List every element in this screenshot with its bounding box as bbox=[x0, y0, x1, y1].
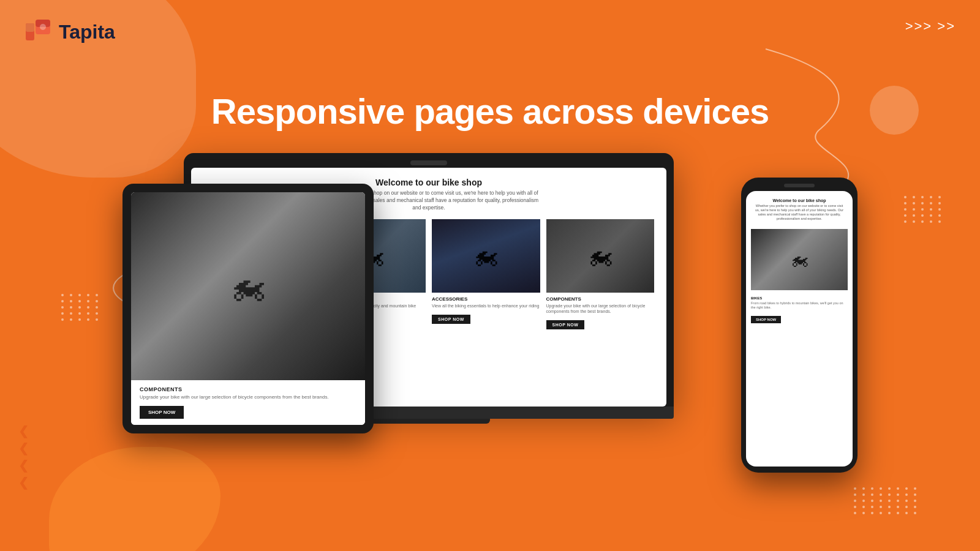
svg-point-4 bbox=[40, 24, 46, 30]
chevron-2: ❮ bbox=[18, 441, 29, 455]
laptop-category-components: COMPONENTS bbox=[546, 296, 655, 302]
dots-decoration-left bbox=[61, 294, 100, 321]
chevron-4: ❮ bbox=[18, 475, 29, 490]
devices-container: Welcome to our bike shop Whether you pre… bbox=[123, 153, 858, 508]
arrows-top-right: >>> >> bbox=[905, 18, 956, 34]
phone-header-section: Welcome to our bike shop Whether you pre… bbox=[751, 196, 848, 224]
laptop-product-info-components: COMPONENTS Upgrade your bike with our la… bbox=[546, 293, 655, 333]
phone-content: Welcome to our bike shop Whether you pre… bbox=[746, 191, 853, 331]
tablet-content: COMPONENTS Upgrade your bike with our la… bbox=[131, 192, 365, 425]
tablet-hero-image bbox=[131, 192, 365, 380]
phone-device: Welcome to our bike shop Whether you pre… bbox=[741, 178, 858, 473]
chevrons-bottom-left: ❮ ❮ ❮ ❮ bbox=[18, 424, 29, 490]
phone-shop-now-button[interactable]: SHOP NOW bbox=[751, 316, 781, 323]
phone-outer: Welcome to our bike shop Whether you pre… bbox=[741, 178, 858, 473]
phone-product-info: BIKES From road bikes to hybrids to moun… bbox=[751, 294, 848, 326]
phone-notch bbox=[784, 184, 815, 187]
dots-decoration-right bbox=[904, 196, 943, 223]
laptop-shop-now-accessories[interactable]: SHOP NOW bbox=[432, 315, 470, 324]
main-heading: Responsive pages across devices bbox=[211, 91, 769, 132]
tablet-outer: COMPONENTS Upgrade your bike with our la… bbox=[123, 184, 374, 433]
tapita-logo-icon bbox=[24, 18, 51, 45]
laptop-category-accessories: ACCESSORIES bbox=[432, 296, 540, 302]
chevron-1: ❮ bbox=[18, 424, 29, 438]
tablet-device: COMPONENTS Upgrade your bike with our la… bbox=[123, 184, 374, 433]
phone-site-subtitle: Whether you prefer to shop on our websit… bbox=[753, 204, 845, 222]
tablet-description: Upgrade your bike with our large selecti… bbox=[140, 394, 356, 400]
dots-decoration-bottom-right bbox=[854, 487, 919, 514]
tablet-screen: COMPONENTS Upgrade your bike with our la… bbox=[131, 192, 365, 425]
laptop-product-info-accessories: ACCESSORIES View all the biking essentia… bbox=[432, 293, 540, 328]
phone-site-title: Welcome to our bike shop bbox=[753, 198, 845, 203]
laptop-product-components: COMPONENTS Upgrade your bike with our la… bbox=[546, 219, 655, 333]
header: Tapita bbox=[24, 18, 115, 45]
chevron-3: ❮ bbox=[18, 458, 29, 473]
phone-hero-image bbox=[751, 229, 848, 290]
brand-name: Tapita bbox=[59, 21, 115, 43]
tablet-product-info: COMPONENTS Upgrade your bike with our la… bbox=[131, 380, 365, 425]
laptop-desc-components: Upgrade your bike with our large selecti… bbox=[546, 303, 655, 314]
phone-screen: Welcome to our bike shop Whether you pre… bbox=[746, 191, 853, 467]
laptop-product-accessories: ACCESSORIES View all the biking essentia… bbox=[432, 219, 540, 333]
laptop-product-img-accessories bbox=[432, 219, 540, 293]
laptop-desc-accessories: View all the biking essentials to help e… bbox=[432, 303, 540, 309]
page-headline: Responsive pages across devices bbox=[211, 91, 769, 132]
tablet-shop-now-button[interactable]: SHOP NOW bbox=[140, 406, 184, 419]
laptop-shop-now-components[interactable]: SHOP NOW bbox=[546, 320, 585, 329]
laptop-notch bbox=[410, 160, 447, 165]
svg-rect-1 bbox=[26, 23, 34, 32]
tablet-category: COMPONENTS bbox=[140, 386, 356, 392]
phone-description: From road bikes to hybrids to mountain b… bbox=[751, 301, 848, 310]
laptop-product-img-components bbox=[546, 219, 655, 293]
phone-category: BIKES bbox=[751, 296, 848, 300]
